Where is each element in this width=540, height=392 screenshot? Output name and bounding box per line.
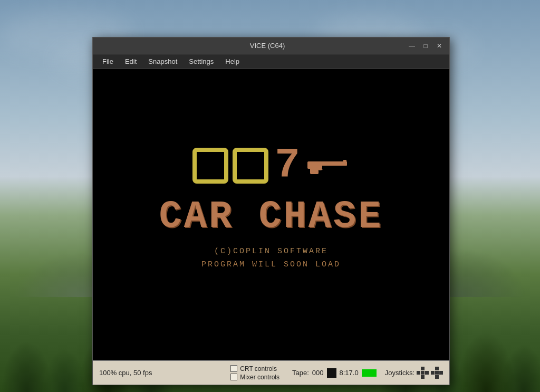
svg-rect-2 [310, 168, 319, 174]
joystick-icon-2 [431, 367, 443, 379]
menu-edit[interactable]: Edit [120, 55, 142, 68]
controls-section: CRT controls Mixer controls [230, 365, 279, 381]
tape-section: Tape: 000 8:17.0 [292, 368, 377, 378]
joysticks-label: Joysticks: [385, 369, 414, 377]
logo-seven-gun: 7 [275, 145, 350, 187]
game-logo: 7 [192, 145, 350, 187]
tape-label: Tape: [292, 369, 309, 377]
svg-rect-1 [307, 161, 322, 169]
game-content: 7 CAR C [159, 145, 383, 269]
window-controls: — □ ✕ [406, 40, 445, 52]
logo-zero-2 [233, 148, 268, 184]
mixer-checkbox[interactable] [230, 374, 237, 380]
window-title: VICE (C64) [129, 42, 406, 50]
joystick-icon-1 [417, 367, 429, 379]
crt-checkbox[interactable] [230, 365, 237, 372]
logo-zero-1 [192, 148, 228, 184]
maximize-button[interactable]: □ [420, 40, 431, 52]
cpu-fps-display: 100% cpu, 50 fps [99, 369, 222, 377]
svg-rect-0 [318, 161, 347, 166]
game-subtitle-1: (C)COPLIN SOFTWARE [214, 247, 328, 256]
status-bar: 100% cpu, 50 fps CRT controls Mixer cont… [93, 360, 449, 385]
minimize-button[interactable]: — [406, 40, 418, 52]
svg-rect-3 [343, 160, 346, 162]
tape-time: 8:17.0 [340, 369, 359, 377]
joysticks-section: Joysticks: [385, 367, 443, 379]
app-window: VICE (C64) — □ ✕ File Edit Snapshot Sett… [92, 37, 450, 385]
gun-icon [302, 155, 350, 176]
menu-snapshot[interactable]: Snapshot [143, 55, 182, 68]
mixer-controls-row: Mixer controls [230, 374, 279, 381]
tape-indicator [327, 368, 336, 378]
menu-help[interactable]: Help [220, 55, 245, 68]
menu-file[interactable]: File [97, 55, 119, 68]
menu-settings[interactable]: Settings [184, 55, 219, 68]
crt-controls-row: CRT controls [230, 365, 279, 372]
tape-status-green [362, 369, 377, 377]
logo-seven: 7 [275, 145, 300, 187]
close-button[interactable]: ✕ [433, 40, 445, 52]
game-subtitle-2: PROGRAM WILL SOON LOAD [201, 260, 341, 269]
tape-counter: 000 [312, 369, 324, 377]
game-title: CAR CHASE [159, 195, 383, 238]
emulator-screen: 7 CAR C [93, 69, 449, 360]
title-bar: VICE (C64) — □ ✕ [93, 37, 449, 54]
crt-label: CRT controls [240, 365, 277, 372]
menu-bar: File Edit Snapshot Settings Help [93, 54, 449, 69]
mixer-label: Mixer controls [240, 374, 279, 381]
